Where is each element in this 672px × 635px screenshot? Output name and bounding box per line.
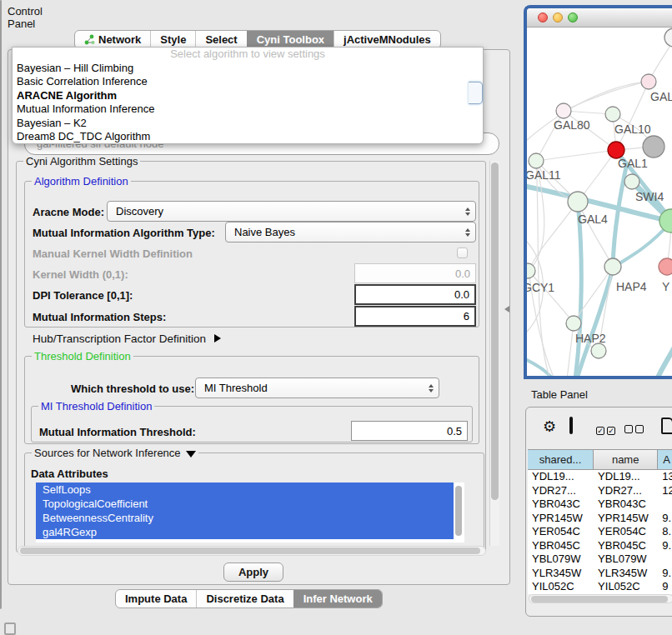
dpi-tolerance-field[interactable]: 0.0 bbox=[354, 284, 476, 305]
network-edge bbox=[536, 150, 616, 161]
splitter-collapse-icon[interactable] bbox=[504, 306, 509, 312]
network-node[interactable] bbox=[591, 343, 606, 358]
network-node-label: GAL80 bbox=[554, 118, 590, 132]
table-row[interactable]: YDL19...YDL19...13 bbox=[528, 470, 672, 484]
sources-title-text: Sources for Network Inference bbox=[34, 447, 181, 459]
aracne-mode-label: Aracne Mode: bbox=[33, 206, 104, 218]
hub-definition-toggle[interactable]: Hub/Transcription Factor Definition bbox=[33, 332, 221, 345]
manual-kernel-checkbox[interactable] bbox=[457, 248, 468, 258]
network-window-titlebar[interactable] bbox=[527, 8, 672, 28]
table-column-header[interactable]: shared... bbox=[528, 450, 594, 469]
export-table-icon[interactable] bbox=[661, 418, 672, 434]
table-row[interactable]: YBR045CYBR045C9. bbox=[528, 539, 672, 553]
tab-select[interactable]: Select bbox=[195, 31, 246, 48]
attributes-scrollbar[interactable] bbox=[455, 485, 463, 538]
table-horizontal-scrollbar[interactable] bbox=[529, 594, 672, 603]
table-row[interactable]: YBL079WYBL079W bbox=[528, 552, 672, 567]
settings-horizontal-scrollbar[interactable] bbox=[18, 546, 486, 556]
algorithm-option[interactable]: Bayesian – Hill Climbing bbox=[13, 62, 483, 75]
algorithm-option[interactable]: ARACNE Algorithm bbox=[13, 89, 483, 102]
network-node-swi4[interactable] bbox=[624, 174, 639, 189]
network-node-gal4[interactable] bbox=[568, 192, 588, 212]
network-node-gal80[interactable] bbox=[556, 103, 571, 118]
control-panel-window: Control Panel ✖ NetworkStyleSelectCyni T… bbox=[0, 0, 2, 609]
attribute-item[interactable]: SelfLoops bbox=[36, 482, 454, 497]
kernel-width-field[interactable]: 0.0 bbox=[354, 263, 476, 283]
zoom-window-icon[interactable] bbox=[568, 12, 578, 22]
apply-button[interactable]: Apply bbox=[223, 562, 283, 582]
table-column-header[interactable]: A bbox=[658, 450, 672, 469]
attributes-scrollbar-thumb[interactable] bbox=[455, 486, 462, 536]
which-threshold-combo[interactable]: MI Threshold bbox=[195, 378, 439, 398]
node-table[interactable]: shared...nameA YDL19...YDL19...13YDR27..… bbox=[528, 449, 672, 594]
table-cell: YBL079W bbox=[594, 552, 658, 567]
network-node-gcy1[interactable] bbox=[527, 263, 535, 278]
attribute-item[interactable]: gal4RGexp bbox=[36, 525, 454, 539]
mi-steps-field[interactable]: 6 bbox=[354, 306, 476, 327]
mi-threshold-field[interactable]: 0.5 bbox=[351, 421, 468, 441]
network-node-gal[interactable] bbox=[641, 74, 656, 89]
network-node-gal11[interactable] bbox=[529, 153, 544, 168]
settings-vertical-scrollbar[interactable] bbox=[489, 161, 499, 546]
bottom-tab-discretize-data[interactable]: Discretize Data bbox=[196, 590, 293, 608]
table-column-header[interactable]: name bbox=[594, 450, 658, 469]
network-tab-icon bbox=[84, 34, 95, 45]
collapse-arrow-icon bbox=[214, 334, 221, 342]
aracne-mode-value: Discovery bbox=[116, 205, 163, 218]
network-node-hap2[interactable] bbox=[566, 316, 581, 331]
table-horizontal-thumb[interactable] bbox=[531, 596, 668, 602]
mi-type-combo[interactable]: Naive Bayes bbox=[225, 222, 476, 242]
tab-label: Network bbox=[98, 33, 141, 46]
tab-style[interactable]: Style bbox=[150, 31, 195, 48]
minimize-window-icon[interactable] bbox=[553, 12, 563, 22]
network-node-hap4[interactable] bbox=[604, 258, 621, 275]
table-row[interactable]: YPR145WYPR145W9. bbox=[528, 512, 672, 526]
network-node-y[interactable] bbox=[659, 258, 672, 275]
table-panel-window: ⚙ ✓✓ shared...nameA YDL19...YDL19...13YD… bbox=[525, 407, 672, 617]
network-view-window[interactable]: GALGAL80GAL10GAL1GAL11SWI4GAL4GCY1HAP4YH… bbox=[524, 5, 672, 379]
mini-panel-icon[interactable] bbox=[4, 622, 16, 635]
algorithm-option[interactable]: Basic Correlation Inference bbox=[13, 75, 483, 88]
table-cell: YER054C bbox=[594, 525, 658, 539]
settings-horizontal-thumb[interactable] bbox=[20, 548, 480, 554]
algorithm-option[interactable]: Dream8 DC_TDC Algorithm bbox=[13, 130, 483, 143]
network-node-label: Y bbox=[662, 280, 670, 293]
table-cell: 12 bbox=[658, 484, 672, 498]
table-row[interactable]: YER054CYER054C8. bbox=[528, 525, 672, 539]
table-settings-gear-icon[interactable]: ⚙ bbox=[543, 418, 556, 436]
dpi-tolerance-label: DPI Tolerance [0,1]: bbox=[33, 289, 133, 302]
aracne-mode-combo[interactable]: Discovery bbox=[107, 201, 476, 222]
network-node-gal10[interactable] bbox=[605, 107, 620, 122]
network-node[interactable] bbox=[643, 136, 664, 158]
algorithm-option[interactable]: Mutual Information Inference bbox=[13, 102, 483, 116]
close-window-icon[interactable] bbox=[538, 12, 548, 22]
network-node[interactable] bbox=[664, 28, 672, 47]
network-node-gal1[interactable] bbox=[608, 142, 624, 158]
table-row[interactable]: YDR27...YDR27...12 bbox=[528, 484, 672, 498]
deselect-all-columns-icon[interactable] bbox=[624, 422, 646, 437]
network-canvas[interactable]: GALGAL80GAL10GAL1GAL11SWI4GAL4GCY1HAP4YH… bbox=[527, 28, 672, 379]
table-body: YDL19...YDL19...13YDR27...YDR27...12YBR0… bbox=[528, 470, 672, 594]
attribute-item[interactable]: BetweennessCentrality bbox=[36, 511, 454, 525]
network-node-label: HAP4 bbox=[616, 280, 647, 293]
table-cell: 8. bbox=[658, 525, 672, 539]
dpi-tolerance-value: 0.0 bbox=[454, 288, 469, 301]
bottom-tab-infer-network[interactable]: Infer Network bbox=[293, 590, 382, 608]
settings-vertical-thumb[interactable] bbox=[491, 162, 499, 500]
select-all-columns-icon[interactable]: ✓✓ bbox=[596, 422, 618, 437]
algorithm-dropdown-placeholder: Select algorithm to view settings bbox=[13, 48, 483, 62]
algorithm-option[interactable]: Bayesian – K2 bbox=[13, 117, 483, 130]
tab-jactivemnodules[interactable]: jActiveMNodules bbox=[333, 31, 440, 48]
algorithm-combo-edge-fragment[interactable] bbox=[469, 82, 483, 104]
data-attributes-list[interactable]: SelfLoopsTopologicalCoefficientBetweenne… bbox=[36, 482, 464, 542]
sources-group-title[interactable]: Sources for Network Inference bbox=[32, 447, 198, 459]
tab-cyni-toolbox[interactable]: Cyni Toolbox bbox=[247, 31, 333, 48]
bottom-tab-impute-data[interactable]: Impute Data bbox=[116, 590, 196, 608]
table-row[interactable]: YLR345WYLR345W9. bbox=[528, 567, 672, 581]
table-row[interactable]: YIL052CYIL052C9 bbox=[528, 580, 672, 594]
table-row[interactable]: YBR043CYBR043C bbox=[528, 498, 672, 512]
tab-network[interactable]: Network bbox=[75, 31, 150, 48]
show-columns-icon[interactable] bbox=[569, 417, 573, 434]
attribute-item[interactable]: TopologicalCoefficient bbox=[36, 497, 454, 511]
network-edge bbox=[527, 360, 553, 379]
